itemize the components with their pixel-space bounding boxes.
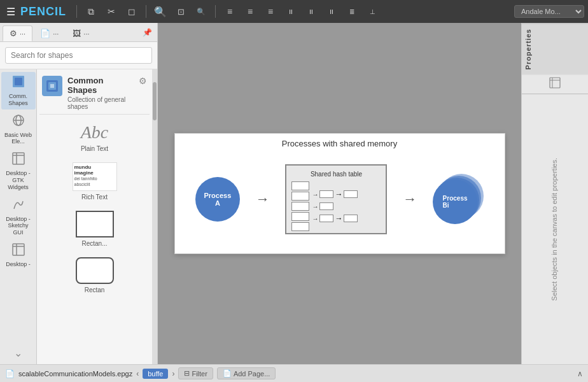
font-selector[interactable]: Andale Mo... [514,5,584,18]
doc-tab-icon: 📄 [40,29,50,38]
hash-chain-1: → [335,190,342,199]
search-input[interactable] [5,47,152,64]
top-toolbar: ☰ PENCIL ⧉ ✂ ◻ 🔍 ⊡ 🔍 ≡ ≡ ≡ ⏸ ⏸ ⏸ ≣ ⊥ And… [0,0,588,23]
rich-text-shape[interactable]: munduimagine dei tannhitoabsciclit Rich … [39,159,150,204]
svg-rect-5 [13,153,24,164]
tab-nav-prev[interactable]: ‹ [136,369,139,378]
menu-icon[interactable]: ☰ [4,3,18,20]
fit-button[interactable]: ⊡ [172,3,190,20]
category-sketchy[interactable]: Desktop - Sketchy GUI [1,195,36,239]
add-page-button[interactable]: 📄 Add Page... [217,367,276,379]
hash-row-1 [291,181,309,190]
filter-button[interactable]: ⊟ Filter [178,367,213,379]
hash-arrow-2: → [312,203,318,210]
hash-arrow-row-1: → → [312,190,358,199]
hash-chain-2: → [335,214,342,223]
hash-table-box: Shared hash table [285,164,387,234]
file-name: scalableCommunicationModels.epgz [18,370,132,378]
toolbar-separator-1 [76,5,77,18]
tab-nav-next[interactable]: › [172,369,174,378]
select-objects-message: Select objects in the canvas to edit pro… [522,94,588,364]
toolbar-separator-2 [146,5,146,18]
svg-rect-8 [13,244,24,255]
process-bi-front: ProcessBi [433,180,477,224]
copy-button[interactable]: ⧉ [82,3,100,20]
hash-arrow-row-3: → → [312,214,358,223]
canvas-area[interactable]: Processes with shared memory ProcessA → … [158,23,521,364]
diagram-body: ProcessA → Shared hash table [175,151,505,248]
hash-block-1 [319,190,333,198]
arrange-button[interactable]: ⊥ [363,3,381,20]
image-tab-dots: ··· [83,30,89,38]
doc-tab-dots: ··· [53,30,59,38]
shapes-scrollbar[interactable] [152,69,157,364]
align-mid-button[interactable]: ⏸ [302,3,320,20]
desktop2-label: Desktop - [6,261,31,268]
rectangle-preview [76,211,114,237]
rectangle-label: Rectan... [81,240,107,247]
common-shapes-icon [11,74,25,92]
diagram-title: Processes with shared memory [175,134,505,151]
web-label: Basic Web Ele... [3,132,34,146]
hash-table-title: Shared hash table [291,171,381,178]
category-web[interactable]: Basic Web Ele... [1,111,36,148]
category-gtk[interactable]: Desktop - GTK Widgets [1,149,36,193]
add-page-label: Add Page... [234,370,270,378]
svg-rect-13 [50,84,54,88]
arrow-1: → [256,191,270,208]
pin-button[interactable]: 📌 [140,25,155,41]
align-right-button[interactable]: ≡ [262,3,279,20]
distribute-h-button[interactable]: ⏸ [323,3,340,20]
bottom-bar: 📄 scalableCommunicationModels.epgz ‹ buf… [0,364,588,382]
shapes-tab[interactable]: ⚙ ··· [3,25,32,41]
desktop2-icon [11,243,25,260]
rectangle-shape[interactable]: Rectan... [39,207,150,251]
app-title: PENCIL [20,5,66,18]
paste-button[interactable]: ◻ [123,3,141,20]
sketchy-label: Desktop - Sketchy GUI [3,216,34,236]
shapes-tab-dots: ··· [20,30,25,38]
align-left-button[interactable]: ≡ [221,3,239,20]
add-page-icon: 📄 [223,369,232,378]
process-bi: ProcessBi [433,174,484,225]
hash-arrow-3: → [312,215,318,222]
image-tab[interactable]: 🖼 ··· [66,25,95,41]
filter-icon: ⊟ [184,369,190,378]
hash-block-3 [319,202,333,210]
diagram-frame[interactable]: Processes with shared memory ProcessA → … [174,133,505,254]
adjust-icon [549,77,561,91]
hash-row-4 [291,212,309,221]
common-shapes-label: Comm.Shapes [8,93,28,107]
doc-tab[interactable]: 📄 ··· [34,25,65,41]
collection-header: Common Shapes Collection of general shap… [39,72,150,115]
hash-block-5 [344,215,358,222]
left-tabs: ⚙ ··· 📄 ··· 🖼 ··· 📌 [0,23,157,42]
zoom-out-button[interactable]: 🔍 [192,3,210,20]
plain-text-shape[interactable]: Abc Plain Text [39,118,150,156]
scroll-thumb [153,82,157,120]
zoom-in-button[interactable]: 🔍 [151,3,169,20]
rectangle2-label: Rectan [85,286,105,294]
category-common[interactable]: Comm.Shapes [1,72,36,110]
shapes-tab-icon: ⚙ [10,29,17,38]
properties-tab-label[interactable]: Properties [522,23,588,74]
plain-text-preview: Abc [81,122,109,143]
more-categories-button[interactable]: ⌄ [1,344,36,362]
hash-row-3 [291,202,309,211]
collection-description: Collection of general shapes [67,96,134,110]
arrow-2: → [403,191,417,208]
bottom-chevron-up[interactable]: ∧ [577,369,583,378]
collection-settings-button[interactable]: ⚙ [139,76,147,86]
tab-tag[interactable]: buffe [143,369,168,379]
category-sidebar: Comm.Shapes Basic Web Ele... Desktop - G… [0,69,37,364]
distribute-v-button[interactable]: ≣ [343,3,361,20]
hash-arrow-row-2: → [312,202,358,210]
align-top-button[interactable]: ⏸ [282,3,300,20]
cut-button[interactable]: ✂ [102,3,120,20]
rectangle2-shape[interactable]: Rectan [39,253,150,297]
category-desktop2[interactable]: Desktop - [1,240,36,271]
canvas-content: Processes with shared memory ProcessA → … [158,23,521,364]
align-center-button[interactable]: ≡ [241,3,259,20]
shapes-panel-outer: Common Shapes Collection of general shap… [37,69,157,364]
more-icon: ⌄ [14,347,22,359]
